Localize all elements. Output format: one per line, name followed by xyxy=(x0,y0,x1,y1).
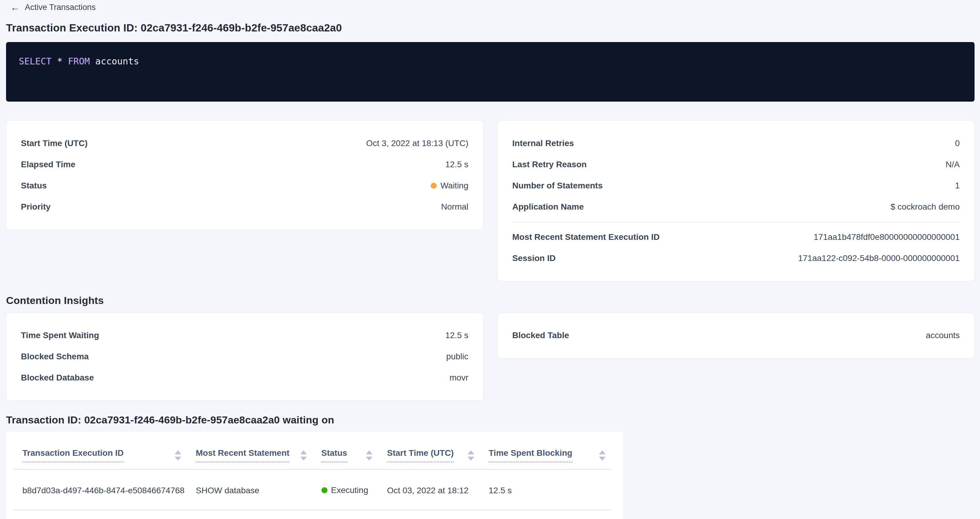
transaction-metadata-card: Internal Retries 0 Last Retry Reason N/A… xyxy=(498,121,975,281)
column-label-transaction-execution-id[interactable]: Transaction Execution ID xyxy=(22,448,124,462)
application-name-row: Application Name $ cockroach demo xyxy=(512,196,960,217)
sql-table-name: accounts xyxy=(90,56,139,67)
elapsed-time-label: Elapsed Time xyxy=(21,160,75,169)
last-retry-reason-value: N/A xyxy=(945,160,960,169)
sort-icon-status[interactable] xyxy=(366,450,372,460)
sql-select-keyword: SELECT xyxy=(19,56,51,67)
time-spent-waiting-label: Time Spent Waiting xyxy=(21,330,99,340)
most-recent-statement-execution-id-label: Most Recent Statement Execution ID xyxy=(512,232,660,242)
time-spent-waiting-value: 12.5 s xyxy=(445,330,468,340)
sort-icon-most-recent-statement[interactable] xyxy=(300,450,307,460)
column-header-time-spent-blocking[interactable]: Time Spent Blocking xyxy=(480,438,611,470)
session-id-link[interactable]: 171aa122-c092-54b8-0000-000000000001 xyxy=(798,254,960,263)
most-recent-statement-execution-id-row: Most Recent Statement Execution ID 171aa… xyxy=(512,227,960,248)
waiting-transactions-table: Transaction Execution ID Most Recent Sta… xyxy=(13,438,611,511)
back-to-active-transactions-link[interactable]: ← Active Transactions xyxy=(10,2,95,12)
table-header-row: Transaction Execution ID Most Recent Sta… xyxy=(13,438,611,470)
sql-star: * xyxy=(51,56,68,67)
contention-insights-title: Contention Insights xyxy=(6,295,975,306)
blocked-database-label: Blocked Database xyxy=(21,373,94,383)
blocked-table-row: Blocked Table accounts xyxy=(512,325,960,346)
back-arrow-icon: ← xyxy=(10,2,20,12)
blocked-database-row: Blocked Database movr xyxy=(21,367,469,388)
transaction-details-page: ← Active Transactions Transaction Execut… xyxy=(0,0,980,519)
contention-cards-row: Time Spent Waiting 12.5 s Blocked Schema… xyxy=(6,313,975,401)
start-time-label: Start Time (UTC) xyxy=(21,138,88,148)
transaction-overview-card: Start Time (UTC) Oct 3, 2022 at 18:13 (U… xyxy=(6,121,483,230)
sort-icon-time-spent-blocking[interactable] xyxy=(599,450,606,460)
page-title: Transaction Execution ID: 02ca7931-f246-… xyxy=(6,22,975,34)
priority-value: Normal xyxy=(441,202,468,212)
column-label-time-spent-blocking[interactable]: Time Spent Blocking xyxy=(489,448,572,462)
contention-blocked-table-card: Blocked Table accounts xyxy=(498,313,975,359)
internal-retries-row: Internal Retries 0 xyxy=(512,133,960,154)
number-of-statements-value: 1 xyxy=(955,181,960,190)
time-spent-waiting-row: Time Spent Waiting 12.5 s xyxy=(21,325,469,346)
blocked-schema-label: Blocked Schema xyxy=(21,352,89,362)
sort-icon-transaction-execution-id[interactable] xyxy=(175,450,181,460)
sql-statement-text: SELECT * FROM accounts xyxy=(19,56,139,67)
status-value: Waiting xyxy=(441,181,468,190)
sort-icon-start-time[interactable] xyxy=(468,450,474,460)
column-label-most-recent-statement[interactable]: Most Recent Statement xyxy=(196,448,290,462)
internal-retries-label: Internal Retries xyxy=(512,138,574,148)
column-label-status[interactable]: Status xyxy=(321,448,347,462)
blocked-schema-row: Blocked Schema public xyxy=(21,346,469,367)
contention-waiting-card: Time Spent Waiting 12.5 s Blocked Schema… xyxy=(6,313,483,401)
blocked-table-label: Blocked Table xyxy=(512,330,569,340)
priority-row: Priority Normal xyxy=(21,196,469,217)
most-recent-statement-execution-id-link[interactable]: 171aa1b478fdf0e80000000000000001 xyxy=(813,232,960,242)
elapsed-time-value: 12.5 s xyxy=(445,160,468,169)
status-waiting-dot-icon xyxy=(431,183,437,189)
card-divider xyxy=(512,222,960,222)
column-header-most-recent-statement[interactable]: Most Recent Statement xyxy=(187,438,312,470)
blocked-database-value: movr xyxy=(449,373,468,383)
back-link-label: Active Transactions xyxy=(25,3,95,12)
cell-most-recent-statement: SHOW database xyxy=(187,470,312,510)
cell-start-time: Oct 03, 2022 at 18:12 xyxy=(378,470,480,510)
session-id-label: Session ID xyxy=(512,254,556,263)
last-retry-reason-row: Last Retry Reason N/A xyxy=(512,154,960,175)
sql-from-keyword: FROM xyxy=(68,56,90,67)
status-row: Status Waiting xyxy=(21,175,469,196)
status-label: Status xyxy=(21,181,47,190)
priority-label: Priority xyxy=(21,202,51,212)
blocked-table-value: accounts xyxy=(926,330,960,340)
table-row: b8d7d03a-d497-446b-8474-e50846674768 SHO… xyxy=(13,470,611,510)
blocked-schema-value: public xyxy=(446,352,468,362)
column-header-start-time[interactable]: Start Time (UTC) xyxy=(378,438,480,470)
elapsed-time-row: Elapsed Time 12.5 s xyxy=(21,154,469,175)
cell-time-spent-blocking: 12.5 s xyxy=(480,470,611,510)
application-name-label: Application Name xyxy=(512,202,584,212)
waiting-on-title: Transaction ID: 02ca7931-f246-469b-b2fe-… xyxy=(6,414,975,426)
waiting-transactions-table-card: Transaction Execution ID Most Recent Sta… xyxy=(6,432,623,519)
internal-retries-value: 0 xyxy=(955,138,960,148)
column-header-status[interactable]: Status xyxy=(312,438,378,470)
number-of-statements-label: Number of Statements xyxy=(512,181,603,190)
last-retry-reason-label: Last Retry Reason xyxy=(512,160,587,169)
cell-status-text: Executing xyxy=(331,486,368,495)
application-name-value: $ cockroach demo xyxy=(891,202,960,212)
column-header-transaction-execution-id[interactable]: Transaction Execution ID xyxy=(13,438,187,470)
cell-status: Executing xyxy=(312,470,378,510)
start-time-value: Oct 3, 2022 at 18:13 (UTC) xyxy=(366,138,469,148)
number-of-statements-row: Number of Statements 1 xyxy=(512,175,960,196)
status-executing-dot-icon xyxy=(321,487,328,493)
cell-transaction-execution-id: b8d7d03a-d497-446b-8474-e50846674768 xyxy=(13,470,187,510)
session-id-row: Session ID 171aa122-c092-54b8-0000-00000… xyxy=(512,248,960,269)
overview-cards-row: Start Time (UTC) Oct 3, 2022 at 18:13 (U… xyxy=(6,121,975,281)
start-time-row: Start Time (UTC) Oct 3, 2022 at 18:13 (U… xyxy=(21,133,469,154)
sql-statement-box: SELECT * FROM accounts xyxy=(6,42,975,102)
column-label-start-time[interactable]: Start Time (UTC) xyxy=(387,448,454,462)
